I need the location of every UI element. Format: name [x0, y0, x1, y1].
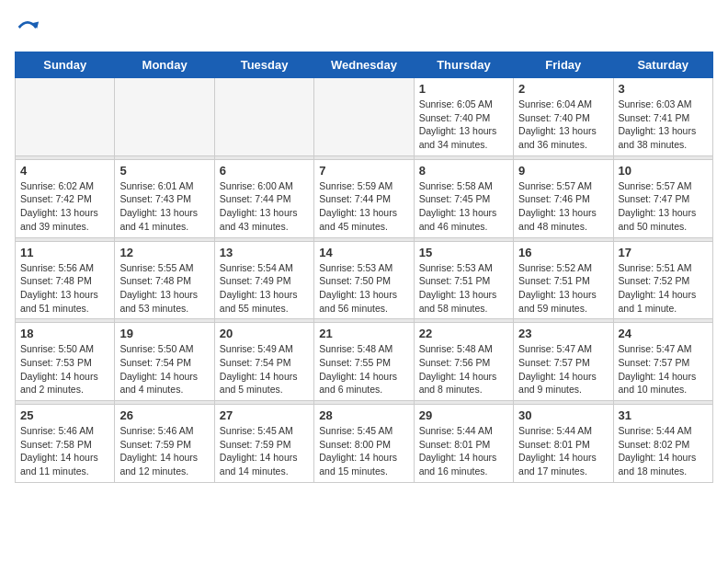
day-info: Sunrise: 5:44 AMSunset: 8:01 PMDaylight:… — [518, 424, 608, 478]
day-info: Sunrise: 5:57 AMSunset: 7:47 PMDaylight:… — [619, 179, 708, 234]
calendar-cell: 14Sunrise: 5:53 AMSunset: 7:50 PMDayligh… — [314, 241, 414, 319]
calendar-week-row: 11Sunrise: 5:56 AMSunset: 7:48 PMDayligh… — [16, 241, 713, 319]
calendar-cell: 25Sunrise: 5:46 AMSunset: 7:58 PMDayligh… — [16, 405, 115, 483]
day-number: 30 — [518, 408, 608, 422]
weekday-header: Sunday — [16, 52, 115, 78]
day-info: Sunrise: 5:44 AMSunset: 8:01 PMDaylight:… — [419, 424, 508, 478]
calendar-cell: 20Sunrise: 5:49 AMSunset: 7:54 PMDayligh… — [214, 323, 313, 401]
day-info: Sunrise: 5:46 AMSunset: 7:58 PMDaylight:… — [20, 424, 109, 478]
weekday-header: Monday — [115, 52, 214, 78]
logo-icon — [15, 15, 40, 40]
calendar-cell: 11Sunrise: 5:56 AMSunset: 7:48 PMDayligh… — [16, 241, 115, 319]
day-number: 3 — [619, 82, 708, 96]
calendar-cell: 3Sunrise: 6:03 AMSunset: 7:41 PMDaylight… — [613, 78, 712, 156]
calendar-cell: 21Sunrise: 5:48 AMSunset: 7:55 PMDayligh… — [314, 323, 414, 401]
day-number: 5 — [119, 164, 209, 178]
day-number: 18 — [20, 327, 109, 340]
calendar-cell — [214, 78, 313, 156]
calendar-cell — [115, 78, 214, 156]
calendar-cell: 8Sunrise: 5:58 AMSunset: 7:45 PMDaylight… — [414, 159, 513, 237]
day-info: Sunrise: 5:50 AMSunset: 7:54 PMDaylight:… — [119, 342, 209, 396]
calendar-cell: 19Sunrise: 5:50 AMSunset: 7:54 PMDayligh… — [115, 323, 214, 401]
day-info: Sunrise: 5:45 AMSunset: 8:00 PMDaylight:… — [319, 424, 408, 478]
day-info: Sunrise: 5:49 AMSunset: 7:54 PMDaylight:… — [220, 342, 309, 396]
day-info: Sunrise: 6:01 AMSunset: 7:43 PMDaylight:… — [119, 179, 209, 234]
day-info: Sunrise: 5:48 AMSunset: 7:56 PMDaylight:… — [419, 342, 508, 396]
day-number: 25 — [20, 408, 109, 422]
day-number: 20 — [220, 327, 309, 340]
day-info: Sunrise: 5:44 AMSunset: 8:02 PMDaylight:… — [619, 424, 708, 478]
calendar-cell: 26Sunrise: 5:46 AMSunset: 7:59 PMDayligh… — [115, 405, 214, 483]
calendar-table: SundayMondayTuesdayWednesdayThursdayFrid… — [15, 52, 713, 483]
day-number: 28 — [319, 408, 408, 422]
day-info: Sunrise: 5:59 AMSunset: 7:44 PMDaylight:… — [319, 179, 408, 234]
calendar-cell: 9Sunrise: 5:57 AMSunset: 7:46 PMDaylight… — [514, 159, 613, 237]
weekday-header: Wednesday — [314, 52, 414, 78]
day-number: 31 — [619, 408, 708, 422]
calendar-header-row: SundayMondayTuesdayWednesdayThursdayFrid… — [16, 52, 713, 78]
weekday-header: Saturday — [613, 52, 712, 78]
calendar-cell: 6Sunrise: 6:00 AMSunset: 7:44 PMDaylight… — [214, 159, 313, 237]
calendar-cell: 1Sunrise: 6:05 AMSunset: 7:40 PMDaylight… — [414, 78, 513, 156]
calendar-cell: 23Sunrise: 5:47 AMSunset: 7:57 PMDayligh… — [514, 323, 613, 401]
day-number: 9 — [518, 164, 608, 178]
calendar-cell: 31Sunrise: 5:44 AMSunset: 8:02 PMDayligh… — [613, 405, 712, 483]
day-number: 11 — [20, 246, 109, 259]
day-info: Sunrise: 5:50 AMSunset: 7:53 PMDaylight:… — [20, 342, 109, 396]
calendar-cell: 18Sunrise: 5:50 AMSunset: 7:53 PMDayligh… — [16, 323, 115, 401]
calendar-week-row: 18Sunrise: 5:50 AMSunset: 7:53 PMDayligh… — [16, 323, 713, 401]
weekday-header: Thursday — [414, 52, 513, 78]
day-info: Sunrise: 5:47 AMSunset: 7:57 PMDaylight:… — [619, 342, 708, 396]
page-header — [15, 15, 713, 40]
calendar-cell: 22Sunrise: 5:48 AMSunset: 7:56 PMDayligh… — [414, 323, 513, 401]
day-info: Sunrise: 6:05 AMSunset: 7:40 PMDaylight:… — [419, 98, 508, 152]
day-info: Sunrise: 6:02 AMSunset: 7:42 PMDaylight:… — [20, 179, 109, 234]
day-number: 4 — [20, 164, 109, 178]
day-number: 16 — [518, 246, 608, 259]
calendar-week-row: 1Sunrise: 6:05 AMSunset: 7:40 PMDaylight… — [16, 78, 713, 156]
day-number: 26 — [119, 408, 209, 422]
day-info: Sunrise: 5:53 AMSunset: 7:51 PMDaylight:… — [419, 261, 508, 316]
calendar-cell: 28Sunrise: 5:45 AMSunset: 8:00 PMDayligh… — [314, 405, 414, 483]
day-info: Sunrise: 5:58 AMSunset: 7:45 PMDaylight:… — [419, 179, 508, 234]
calendar-week-row: 25Sunrise: 5:46 AMSunset: 7:58 PMDayligh… — [16, 405, 713, 483]
day-number: 14 — [319, 246, 408, 259]
day-number: 22 — [419, 327, 508, 340]
day-info: Sunrise: 5:46 AMSunset: 7:59 PMDaylight:… — [119, 424, 209, 478]
calendar-cell — [16, 78, 115, 156]
day-number: 10 — [619, 164, 708, 178]
calendar-cell: 5Sunrise: 6:01 AMSunset: 7:43 PMDaylight… — [115, 159, 214, 237]
calendar-cell: 17Sunrise: 5:51 AMSunset: 7:52 PMDayligh… — [613, 241, 712, 319]
day-info: Sunrise: 6:03 AMSunset: 7:41 PMDaylight:… — [619, 98, 708, 152]
day-number: 24 — [619, 327, 708, 340]
day-info: Sunrise: 6:00 AMSunset: 7:44 PMDaylight:… — [220, 179, 309, 234]
day-info: Sunrise: 5:48 AMSunset: 7:55 PMDaylight:… — [319, 342, 408, 396]
calendar-cell: 7Sunrise: 5:59 AMSunset: 7:44 PMDaylight… — [314, 159, 414, 237]
calendar-cell: 24Sunrise: 5:47 AMSunset: 7:57 PMDayligh… — [613, 323, 712, 401]
calendar-week-row: 4Sunrise: 6:02 AMSunset: 7:42 PMDaylight… — [16, 159, 713, 237]
day-info: Sunrise: 5:47 AMSunset: 7:57 PMDaylight:… — [518, 342, 608, 396]
calendar-cell: 16Sunrise: 5:52 AMSunset: 7:51 PMDayligh… — [514, 241, 613, 319]
day-info: Sunrise: 5:54 AMSunset: 7:49 PMDaylight:… — [220, 261, 309, 316]
day-number: 8 — [419, 164, 508, 178]
day-number: 29 — [419, 408, 508, 422]
day-number: 7 — [319, 164, 408, 178]
day-info: Sunrise: 5:55 AMSunset: 7:48 PMDaylight:… — [119, 261, 209, 316]
day-info: Sunrise: 5:51 AMSunset: 7:52 PMDaylight:… — [619, 261, 708, 316]
day-info: Sunrise: 5:56 AMSunset: 7:48 PMDaylight:… — [20, 261, 109, 316]
day-number: 6 — [220, 164, 309, 178]
day-number: 15 — [419, 246, 508, 259]
calendar-cell — [314, 78, 414, 156]
day-number: 1 — [419, 82, 508, 96]
day-number: 19 — [119, 327, 209, 340]
weekday-header: Friday — [514, 52, 613, 78]
day-info: Sunrise: 6:04 AMSunset: 7:40 PMDaylight:… — [518, 98, 608, 152]
calendar-cell: 2Sunrise: 6:04 AMSunset: 7:40 PMDaylight… — [514, 78, 613, 156]
calendar-cell: 29Sunrise: 5:44 AMSunset: 8:01 PMDayligh… — [414, 405, 513, 483]
calendar-cell: 4Sunrise: 6:02 AMSunset: 7:42 PMDaylight… — [16, 159, 115, 237]
calendar-cell: 27Sunrise: 5:45 AMSunset: 7:59 PMDayligh… — [214, 405, 313, 483]
weekday-header: Tuesday — [214, 52, 313, 78]
calendar-cell: 30Sunrise: 5:44 AMSunset: 8:01 PMDayligh… — [514, 405, 613, 483]
calendar-cell: 12Sunrise: 5:55 AMSunset: 7:48 PMDayligh… — [115, 241, 214, 319]
logo — [15, 15, 44, 40]
